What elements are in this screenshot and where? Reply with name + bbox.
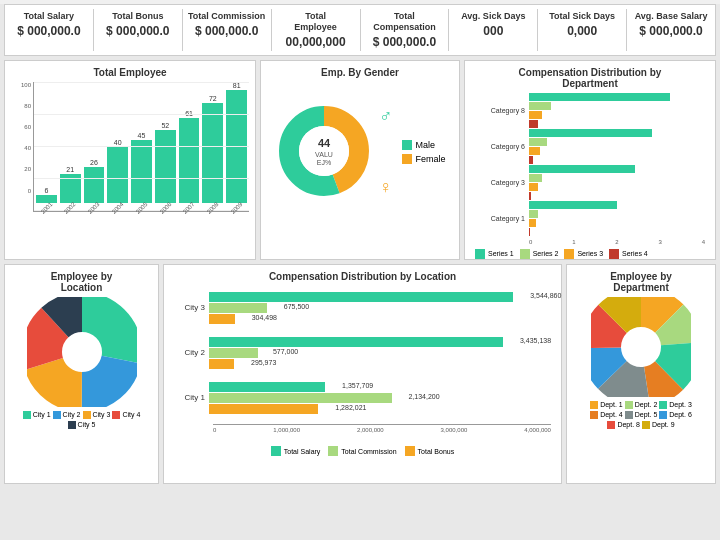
kpi-avg-sick-days: Avg. Sick Days 000 (449, 9, 538, 51)
emp-dept-title: Employee byDepartment (573, 271, 709, 293)
kpi-total-compensation: TotalCompensation $ 000,000.0 (361, 9, 450, 51)
hbar-cat6: Category 6 (475, 129, 705, 164)
legend-female: Female (402, 154, 445, 164)
bar-2004: 40 2004 (107, 139, 128, 211)
emp-location-legend: City 1 City 2 City 3 City 4 City 5 (11, 411, 152, 429)
bar-2005: 45 2005 (131, 132, 152, 211)
kpi-avg-base-salary: Avg. Base Salary $ 000,000.0 (627, 9, 715, 51)
bar-2003: 26 2003 (84, 159, 105, 211)
hbar-cat3: Category 3 (475, 165, 705, 200)
gender-donut-svg: 44 VALU EJ% (274, 101, 374, 201)
comp-dept-title: Compensation Distribution byDepartment (471, 67, 709, 89)
female-icon: ♀ (379, 177, 393, 198)
comp-location-title: Compensation Distribution by Location (170, 271, 555, 282)
gender-chart: Emp. By Gender 44 VALU EJ% ♂ ♀ (260, 60, 460, 260)
emp-location-pie-svg (27, 297, 137, 407)
hbar-cat8: Category 8 (475, 93, 705, 128)
bar-2007: 61 2007 (179, 110, 200, 211)
svg-text:EJ%: EJ% (317, 159, 331, 166)
total-employee-chart: Total Employee 0 20 40 60 80 100 (4, 60, 256, 260)
dashboard: Total Salary $ 000,000.0 Total Bonus $ 0… (0, 4, 720, 540)
emp-dept-pie-svg (591, 297, 691, 397)
total-employee-title: Total Employee (11, 67, 249, 78)
hbar-cat1: Category 1 (475, 201, 705, 236)
svg-text:VALU: VALU (316, 151, 334, 158)
city2-group: City 2 3,435,138 577,000 (174, 335, 551, 371)
bar-2009: 81 2009 (226, 82, 247, 211)
bar-2008: 72 2008 (202, 95, 223, 211)
emp-dept-legend: Dept. 1 Dept. 2 Dept. 3 Dept. 4 Dept. 5 … (573, 401, 709, 429)
kpi-total-commission: Total Commission $ 000,000.0 (183, 9, 272, 51)
comp-location-chart: Compensation Distribution by Location Ci… (163, 264, 562, 484)
emp-location-title: Employee byLocation (11, 271, 152, 293)
comp-location-bars: City 3 3,544,860 675,500 (170, 286, 555, 461)
kpi-total-employee: TotalEmployee 00,000,000 (272, 9, 361, 51)
emp-location-chart: Employee byLocation City (4, 264, 159, 484)
kpi-total-sick-days: Total Sick Days 0,000 (538, 9, 627, 51)
charts-row1: Total Employee 0 20 40 60 80 100 (4, 60, 716, 260)
gender-legend: Male Female (402, 140, 445, 164)
gender-donut-container: 44 VALU EJ% ♂ ♀ Male Female (267, 82, 453, 222)
emp-dept-chart: Employee byDepartment Dept. 1 Dept. 2 (566, 264, 716, 484)
donut-wrapper: 44 VALU EJ% ♂ ♀ (274, 101, 374, 203)
comp-loc-legend: Total Salary Total Commission Total Bonu… (174, 446, 551, 456)
comp-loc-xaxis: 0 1,000,000 2,000,000 3,000,000 4,000,00… (213, 424, 551, 433)
kpi-row: Total Salary $ 000,000.0 Total Bonus $ 0… (4, 4, 716, 56)
kpi-total-salary: Total Salary $ 000,000.0 (5, 9, 94, 51)
comp-dept-legend: Series 1 Series 2 Series 3 Series 4 (475, 249, 705, 259)
bar-2002: 21 2002 (60, 166, 81, 211)
charts-row2: Employee byLocation City (4, 264, 716, 484)
emp-dept-pie-container: Dept. 1 Dept. 2 Dept. 3 Dept. 4 Dept. 5 … (573, 297, 709, 477)
legend-male: Male (402, 140, 445, 150)
city3-group: City 3 3,544,860 675,500 (174, 290, 551, 326)
comp-dept-xaxis: 0 1 2 3 4 (529, 237, 705, 245)
emp-location-pie-container: City 1 City 2 City 3 City 4 City 5 (11, 297, 152, 477)
bar-2006: 52 2006 (155, 122, 176, 211)
comp-dept-chart: Compensation Distribution byDepartment C… (464, 60, 716, 260)
male-icon: ♂ (379, 106, 393, 127)
city1-group: City 1 1,357,709 2,134,200 (174, 380, 551, 416)
kpi-total-bonus: Total Bonus $ 000,000.0 (94, 9, 183, 51)
bar-2001: 6 2001 (36, 187, 57, 211)
gender-title: Emp. By Gender (267, 67, 453, 78)
svg-text:44: 44 (318, 137, 331, 149)
